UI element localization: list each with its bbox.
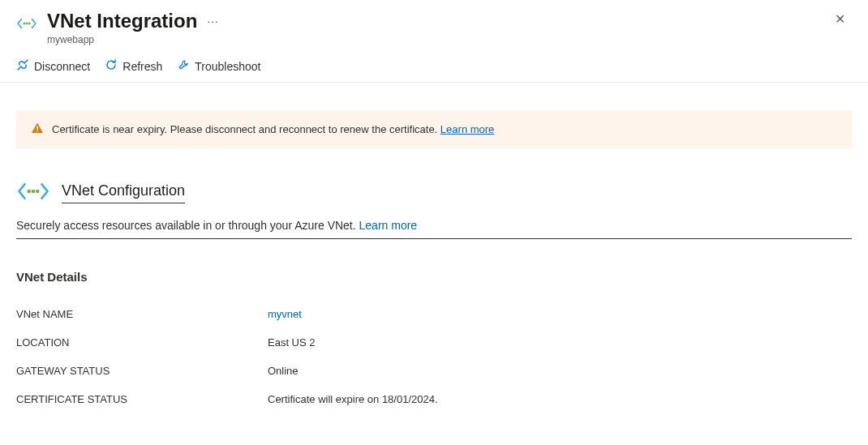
svg-point-0 xyxy=(23,23,25,25)
svg-point-5 xyxy=(27,190,31,194)
svg-rect-3 xyxy=(37,126,38,131)
vnet-details-heading: VNet Details xyxy=(16,270,852,284)
section-title: VNet Configuration xyxy=(62,182,185,203)
section-description: Securely access resources available in o… xyxy=(16,209,852,239)
section-header: VNet Configuration xyxy=(16,176,852,204)
resource-name: mywebapp xyxy=(47,34,219,45)
svg-rect-4 xyxy=(37,131,38,132)
vnet-integration-blade: VNet Integration ··· mywebapp ✕ Disconne… xyxy=(0,0,868,430)
refresh-button[interactable]: Refresh xyxy=(105,58,162,74)
vnet-config-icon xyxy=(16,181,50,204)
detail-value: East US 2 xyxy=(268,336,316,349)
svg-point-7 xyxy=(36,190,40,194)
refresh-label: Refresh xyxy=(122,60,162,73)
detail-label: CERTIFICATE STATUS xyxy=(16,393,268,405)
more-menu-button[interactable]: ··· xyxy=(207,15,219,28)
troubleshoot-button[interactable]: Troubleshoot xyxy=(177,58,260,74)
detail-value: Certificate will expire on 18/01/2024. xyxy=(268,393,438,405)
title-block: VNet Integration ··· mywebapp xyxy=(47,10,219,45)
disconnect-button[interactable]: Disconnect xyxy=(16,58,90,74)
detail-row: VNet NAMEmyvnet xyxy=(16,300,852,328)
page-title: VNet Integration xyxy=(47,10,197,32)
warning-message: Certificate is near expiry. Please disco… xyxy=(52,123,437,135)
vnet-details-list: VNet NAMEmyvnetLOCATIONEast US 2GATEWAY … xyxy=(16,300,852,413)
disconnect-icon xyxy=(16,58,29,74)
disconnect-label: Disconnect xyxy=(34,60,90,73)
detail-label: VNet NAME xyxy=(16,308,268,320)
section-learn-more-link[interactable]: Learn more xyxy=(359,219,418,232)
detail-row: GATEWAY STATUSOnline xyxy=(16,357,852,385)
warning-icon xyxy=(31,122,44,137)
detail-label: LOCATION xyxy=(16,336,268,349)
warning-text: Certificate is near expiry. Please disco… xyxy=(52,123,494,135)
header-left: VNet Integration ··· mywebapp xyxy=(16,10,219,45)
section-description-text: Securely access resources available in o… xyxy=(16,219,356,232)
svg-point-6 xyxy=(32,190,36,194)
close-button[interactable]: ✕ xyxy=(828,10,852,29)
blade-content: Certificate is near expiry. Please disco… xyxy=(0,83,868,430)
vnet-icon xyxy=(16,10,37,36)
blade-header: VNet Integration ··· mywebapp ✕ xyxy=(0,0,868,52)
svg-point-2 xyxy=(28,23,31,25)
refresh-icon xyxy=(105,58,118,74)
warning-learn-more-link[interactable]: Learn more xyxy=(440,123,494,135)
troubleshoot-icon xyxy=(177,58,190,74)
command-bar: Disconnect Refresh Troubleshoot xyxy=(0,52,868,83)
svg-point-1 xyxy=(26,23,28,25)
title-row: VNet Integration ··· xyxy=(47,10,219,32)
detail-value: Online xyxy=(268,365,299,377)
detail-label: GATEWAY STATUS xyxy=(16,365,268,377)
detail-value-link[interactable]: myvnet xyxy=(268,308,302,320)
troubleshoot-label: Troubleshoot xyxy=(195,60,260,73)
warning-bar: Certificate is near expiry. Please disco… xyxy=(16,110,852,148)
detail-row: CERTIFICATE STATUSCertificate will expir… xyxy=(16,385,852,413)
detail-row: LOCATIONEast US 2 xyxy=(16,328,852,357)
